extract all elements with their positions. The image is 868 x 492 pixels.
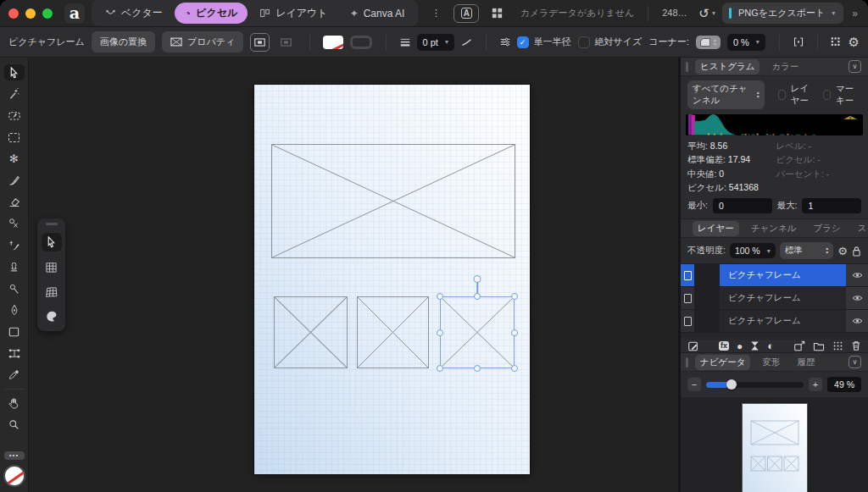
tab-history[interactable]: 履歴	[792, 355, 820, 370]
persona-pixel[interactable]: ◔ ピクセル	[175, 3, 248, 24]
more-personas-button[interactable]: ⋮	[425, 4, 447, 23]
fill-color-well[interactable]	[3, 465, 25, 487]
snapping-grid-icon[interactable]	[831, 36, 841, 48]
gear-icon[interactable]: ⚙	[849, 35, 860, 50]
insertion-target-icon[interactable]	[793, 36, 804, 48]
zoom-in-button[interactable]: +	[809, 378, 822, 391]
resize-handle-w[interactable]	[437, 329, 443, 336]
opacity-dropdown[interactable]: 100 % ▾	[730, 243, 776, 258]
persona-canva-ai[interactable]: ✦ Canva AI	[340, 4, 415, 23]
stroke-swatch[interactable]	[350, 36, 371, 49]
marquee-select-tool[interactable]	[4, 130, 25, 146]
undo-button[interactable]: ↺ ▾	[698, 6, 715, 21]
corner-percent-dropdown[interactable]: 0 % ▾	[727, 34, 765, 51]
resize-handle-s[interactable]	[474, 365, 481, 372]
stroke-presets-icon[interactable]	[400, 37, 410, 47]
picture-frame-small-1[interactable]	[274, 296, 348, 368]
palette-drag-handle[interactable]	[46, 223, 58, 225]
pattern-layer-icon[interactable]	[832, 340, 843, 351]
fullscreen-button[interactable]	[42, 8, 53, 19]
zoom-out-button[interactable]: −	[687, 378, 701, 391]
visibility-eye-icon[interactable]	[846, 287, 868, 309]
adjustment-layer-icon[interactable]	[750, 340, 760, 351]
zoom-slider[interactable]	[706, 382, 804, 388]
rectangle-shape-tool[interactable]	[4, 323, 25, 340]
replace-image-button[interactable]: 画像の置換	[92, 31, 155, 53]
persona-layout[interactable]: レイアウト	[249, 3, 337, 24]
resize-handle-se[interactable]	[511, 365, 518, 372]
fit-image-button[interactable]	[250, 33, 270, 52]
marquee-checkbox[interactable]: マーキー	[823, 83, 861, 107]
single-radius-checkbox[interactable]: ✓ 単一半径	[517, 36, 571, 48]
tab-brushes[interactable]: ブラシ	[808, 221, 845, 236]
corner-type-dropdown[interactable]: ▴▾	[696, 36, 721, 49]
mesh-grid-tool[interactable]	[42, 257, 62, 276]
edit-mask-icon[interactable]	[687, 340, 699, 352]
stroke-options-icon[interactable]	[500, 36, 510, 47]
chevron-down-icon[interactable]: ∨	[849, 60, 861, 73]
tab-stock[interactable]: ストック	[853, 221, 868, 236]
more-tools-button[interactable]: •••	[4, 451, 25, 460]
tab-color[interactable]: カラー	[766, 59, 804, 75]
picture-frame-selected[interactable]	[440, 296, 515, 368]
warp-pointer-tool[interactable]	[42, 233, 62, 252]
new-layer-icon[interactable]	[793, 340, 805, 352]
properties-button[interactable]: プロパティ	[162, 31, 243, 53]
rotation-handle[interactable]	[474, 275, 481, 283]
panel-grip[interactable]	[686, 62, 688, 72]
lock-icon[interactable]	[852, 246, 861, 257]
camera-raw-icon[interactable]: A	[453, 4, 479, 23]
line-style-icon[interactable]	[461, 37, 472, 47]
selection-brush-tool[interactable]	[4, 108, 25, 124]
paint-brush-tool[interactable]	[4, 173, 25, 189]
healing-brush-tool[interactable]	[4, 280, 25, 296]
blend-mode-dropdown[interactable]: 標準 ▴▾	[780, 242, 834, 259]
tab-navigator[interactable]: ナビゲータ	[695, 355, 750, 370]
picture-frame-large[interactable]	[271, 144, 515, 258]
canvas-viewport[interactable]	[29, 58, 678, 492]
max-input[interactable]: 1	[802, 198, 861, 213]
tab-histogram[interactable]: ヒストグラム	[695, 59, 760, 75]
visibility-eye-icon[interactable]	[846, 264, 868, 286]
visibility-eye-icon[interactable]	[846, 310, 868, 332]
picture-frame-small-2[interactable]	[357, 296, 429, 368]
document-page[interactable]	[254, 85, 530, 474]
perspective-warp-tool[interactable]	[42, 282, 62, 301]
burn-brush-tool[interactable]	[4, 237, 25, 253]
panel-grip[interactable]	[686, 357, 688, 368]
minimize-button[interactable]	[25, 8, 36, 19]
zoom-slider-handle[interactable]	[726, 379, 737, 390]
channel-dropdown[interactable]: すべてのチャンネル ▴▾	[687, 80, 765, 109]
layer-checkbox[interactable]: レイヤー	[778, 83, 816, 107]
absolute-size-checkbox[interactable]: 絶対サイズ	[578, 36, 643, 48]
tab-layers[interactable]: レイヤー	[693, 221, 739, 236]
navigator-preview[interactable]	[681, 397, 868, 492]
layer-effects-fx-icon[interactable]: fx	[719, 341, 729, 351]
persona-vector[interactable]: ベクター	[95, 3, 173, 24]
blemish-removal-tool[interactable]: ✻	[4, 151, 25, 167]
resize-handle-nw[interactable]	[437, 293, 443, 300]
layer-row-3[interactable]: ピクチャフレーム	[681, 310, 868, 333]
move-tool[interactable]	[4, 64, 25, 80]
zoom-tool[interactable]	[4, 417, 25, 433]
eraser-tool[interactable]	[4, 194, 25, 210]
mask-layer-icon[interactable]: ●	[737, 340, 743, 352]
live-filter-icon[interactable]: ◐	[767, 340, 774, 352]
clone-stamp-tool[interactable]	[4, 259, 25, 275]
resize-handle-ne[interactable]	[511, 293, 518, 300]
min-input[interactable]: 0	[713, 198, 772, 213]
close-button[interactable]	[8, 8, 19, 19]
dodge-brush-tool[interactable]	[4, 216, 25, 232]
fill-none-swatch[interactable]	[323, 36, 343, 49]
resize-handle-sw[interactable]	[437, 365, 443, 372]
layer-settings-gear-icon[interactable]: ⚙	[837, 245, 848, 257]
stroke-width-dropdown[interactable]: 0 pt ▾	[417, 34, 454, 51]
hand-pan-tool[interactable]	[4, 395, 25, 411]
toolbar-overflow-chevron[interactable]: »	[850, 8, 860, 19]
color-picker-tool[interactable]	[4, 367, 25, 383]
layer-row-1[interactable]: ピクチャフレーム	[681, 264, 868, 287]
new-group-folder-icon[interactable]	[813, 341, 825, 351]
liquify-tool[interactable]	[42, 307, 62, 325]
zoom-percentage[interactable]: 49 %	[827, 377, 861, 392]
resize-handle-e[interactable]	[511, 329, 518, 336]
